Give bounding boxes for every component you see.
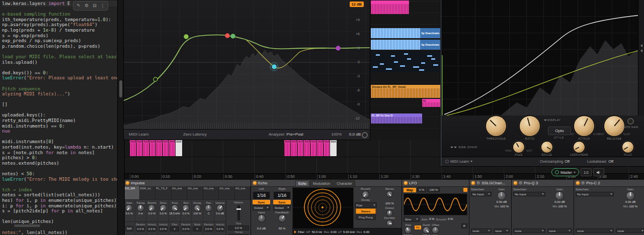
mix-value[interactable]: 100 % [629,205,637,208]
shape-select[interactable]: Sine [404,216,420,222]
knob[interactable] [194,205,201,211]
compressor-knob-threshold[interactable]: THRESHOLD [485,116,507,140]
knob[interactable] [148,205,155,211]
audio-clip[interactable]: AHA [143,140,149,156]
rate-knob[interactable] [405,227,412,233]
eq-band-dot[interactable] [153,77,157,81]
code-lines[interactable]: low.keras.layers import E e-based sampli… [2,1,117,235]
oversampling-control[interactable]: Oversampling Off [540,159,570,164]
left-sync-mode-select[interactable]: Dotted [253,205,270,210]
right-division[interactable]: 1/16 [273,191,291,199]
output-gain[interactable]: 0.0 dB [349,132,361,137]
impulse-sub-cell[interactable]: Random0.0 % [181,222,192,235]
device-power-icon[interactable] [404,181,408,185]
device-title-bar[interactable]: LFO [402,180,469,187]
smooth-value[interactable]: 0 % [448,217,453,221]
impulse-sub-cell[interactable]: Random0.0 % [135,222,147,235]
knob[interactable] [574,116,594,136]
session-clip[interactable]: lip Deactivate [371,40,441,50]
impulse-slot[interactable]: PL_TS_F [155,186,172,199]
knob[interactable] [520,116,540,136]
map-max[interactable]: 100 % [427,187,440,192]
latency-status[interactable]: Zero Latency [183,132,207,137]
audio-clip[interactable]: AHA [297,140,303,156]
hz-toggle[interactable]: Hz [415,225,421,229]
compressor-knob-hold[interactable]: HOLD [619,142,637,156]
knob[interactable] [217,205,223,211]
left-division[interactable]: 1/16 [253,191,270,199]
gain-knob[interactable] [555,192,564,200]
style-selector[interactable]: Opto [548,127,571,135]
knob[interactable] [574,142,585,153]
knob[interactable] [513,142,524,153]
audio-clip[interactable]: AHA [130,140,136,156]
impulse-slot[interactable]: rhh_sna [172,186,188,199]
mix-value[interactable]: 100 % [558,205,567,208]
scrollbar-thumb[interactable] [119,80,122,97]
collapsed-side-panel[interactable] [638,0,644,115]
map-button[interactable]: Map [404,188,416,192]
compressor-display[interactable] [441,0,644,115]
device-power-icon[interactable] [514,181,517,185]
display-section-header[interactable]: DISPLAY [544,119,560,122]
settings-icon[interactable]: ⚙ [83,3,90,9]
impulse-sub-cell[interactable]: Soft [124,222,135,235]
impulse-slot[interactable]: rhh_sna [235,186,251,199]
device-title-bar[interactable]: ⚙Pro-Q 3 [512,180,574,187]
audio-clip[interactable]: AHA [163,140,169,156]
audio-clip[interactable]: AHA [310,140,316,156]
jitter-value[interactable]: 0 % [429,217,434,221]
eq-band-dot[interactable] [225,34,229,38]
feedback-knob[interactable] [279,215,286,222]
impulse-sub-cell[interactable]: Velocity0.0 % [158,222,170,235]
audio-clip[interactable]: AHA [330,140,337,156]
knob[interactable] [137,205,144,211]
session-clip[interactable]: FL [422,99,441,107]
audio-clip[interactable]: AHA [304,140,310,156]
echo-filter-bar[interactable]: Filter HP50.0 Hz Res0.00 LP5.00 kHz Res0… [292,228,401,235]
knob[interactable] [486,116,506,136]
knob[interactable] [205,205,212,211]
impulse-sub-cell[interactable]: Filter [169,222,181,235]
soft-button[interactable]: Soft [125,226,133,231]
output-channel-select[interactable]: 1/2 [581,168,592,176]
eq-band-dot[interactable] [272,65,276,69]
audio-clip[interactable]: AHA [156,140,162,156]
knob[interactable] [183,205,189,211]
impulse-sub-cell[interactable]: Velocity0.0 % [215,222,226,235]
compressor-knob-ratio[interactable]: RATIO [519,116,541,140]
volume-slider[interactable] [237,205,240,221]
right-sync-button[interactable]: Sync [273,200,291,204]
impulse-param-pan[interactable]: PanC [203,200,215,221]
audio-clip[interactable]: AHA [291,140,297,156]
offset-knob[interactable] [432,227,439,233]
map-min[interactable]: 0 % [417,187,426,192]
audio-clip[interactable]: AHA [136,140,142,156]
knob[interactable] [622,142,633,153]
lfo-waveform-display[interactable] [404,193,467,215]
mix-value[interactable]: 100 % [500,205,509,208]
midi-learn-button[interactable]: MIDI Learn [445,159,472,164]
session-clip[interactable]: lip Deactivate [371,28,441,38]
session-clip[interactable]: Dimatra Ori FL_BP_Omah [371,85,441,98]
sub-value[interactable]: 0.0 % [159,226,168,231]
compressor-knob-knee[interactable]: KNEEHARDSOFT [510,142,528,156]
output-knob[interactable] [387,210,392,216]
device-title-bar[interactable]: Impulse [124,180,251,187]
auto-gain-icon[interactable] [627,118,634,125]
master-select[interactable]: Master [551,168,579,176]
audio-clip[interactable]: AHA [324,140,330,156]
speaker-button[interactable] [593,168,604,176]
edit-icon[interactable]: ✎ [75,3,82,9]
audio-clip[interactable]: AHA [284,140,290,156]
zoom-level[interactable]: 100% [332,132,342,137]
impulse-sub-cell[interactable]: Velocity0.0 % [146,222,158,235]
impulse-param-res[interactable]: Res0.0 % [181,200,192,221]
drywet-knob[interactable] [387,220,392,226]
eq-band-dot[interactable] [231,34,235,38]
param-slot-select[interactable]: none [547,228,572,233]
more-icon[interactable]: ⋮ [99,3,106,9]
knob[interactable] [172,205,178,211]
plugin-edit-icon[interactable]: ⚙ [476,181,480,185]
sub-select[interactable] [193,226,202,231]
